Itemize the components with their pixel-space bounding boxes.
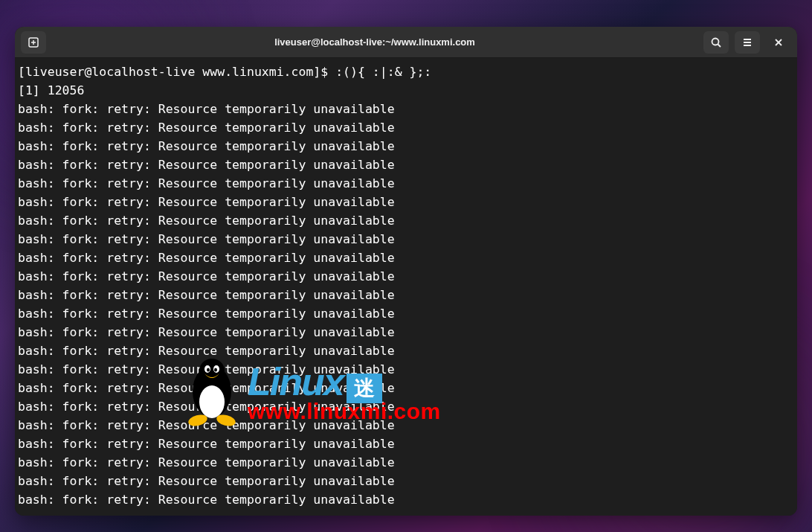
terminal-line: bash: fork: retry: Resource temporarily … — [18, 118, 793, 137]
hamburger-icon — [741, 36, 753, 48]
terminal-line: [1] 12056 — [18, 81, 793, 100]
terminal-line: bash: fork: retry: Resource temporarily … — [18, 249, 793, 267]
terminal-line: bash: fork: retry: Resource temporarily … — [18, 472, 793, 490]
terminal-line: bash: fork: retry: Resource temporarily … — [18, 397, 793, 416]
terminal-line: bash: fork: retry: Resource temporarily … — [18, 267, 793, 286]
terminal-window: liveuser@localhost-live:~/www.linuxmi.co… — [15, 27, 797, 516]
terminal-line: bash: fork: retry: Resource temporarily … — [18, 304, 793, 323]
terminal-line: bash: fork: retry: Resource temporarily … — [18, 137, 793, 156]
search-button[interactable] — [703, 31, 729, 54]
close-icon — [773, 37, 784, 48]
terminal-line: bash: fork: retry: Resource temporarily … — [18, 416, 793, 435]
terminal-line: bash: fork: retry: Resource temporarily … — [18, 360, 793, 379]
terminal-line: bash: fork: retry: Resource temporarily … — [18, 379, 793, 397]
terminal-line: bash: fork: retry: Resource temporarily … — [18, 490, 793, 509]
terminal-line: bash: fork: retry: Resource temporarily … — [18, 100, 793, 118]
terminal-line: bash: fork: retry: Resource temporarily … — [18, 323, 793, 342]
window-title: liveuser@localhost-live:~/www.linuxmi.co… — [46, 36, 703, 48]
terminal-line: bash: fork: retry: Resource temporarily … — [18, 435, 793, 453]
terminal-output[interactable]: [liveuser@localhost-live www.linuxmi.com… — [15, 58, 797, 516]
terminal-line: [liveuser@localhost-live www.linuxmi.com… — [18, 63, 793, 81]
search-icon — [710, 36, 722, 48]
menu-button[interactable] — [735, 31, 760, 54]
window-titlebar: liveuser@localhost-live:~/www.linuxmi.co… — [15, 27, 797, 58]
terminal-line: bash: fork: retry: Resource temporarily … — [18, 453, 793, 472]
plus-box-icon — [28, 36, 39, 48]
terminal-line: bash: fork: retry: Resource temporarily … — [18, 174, 793, 193]
terminal-line: bash: fork: retry: Resource temporarily … — [18, 193, 793, 211]
terminal-line: bash: fork: retry: Resource temporarily … — [18, 156, 793, 174]
terminal-line: bash: fork: retry: Resource temporarily … — [18, 286, 793, 304]
new-tab-button[interactable] — [21, 31, 46, 54]
terminal-line: bash: fork: retry: Resource temporarily … — [18, 342, 793, 360]
terminal-line: bash: fork: retry: Resource temporarily … — [18, 230, 793, 249]
terminal-line: bash: fork: retry: Resource temporarily … — [18, 211, 793, 230]
close-button[interactable] — [766, 31, 791, 54]
svg-line-4 — [718, 44, 721, 47]
svg-point-3 — [712, 38, 719, 45]
